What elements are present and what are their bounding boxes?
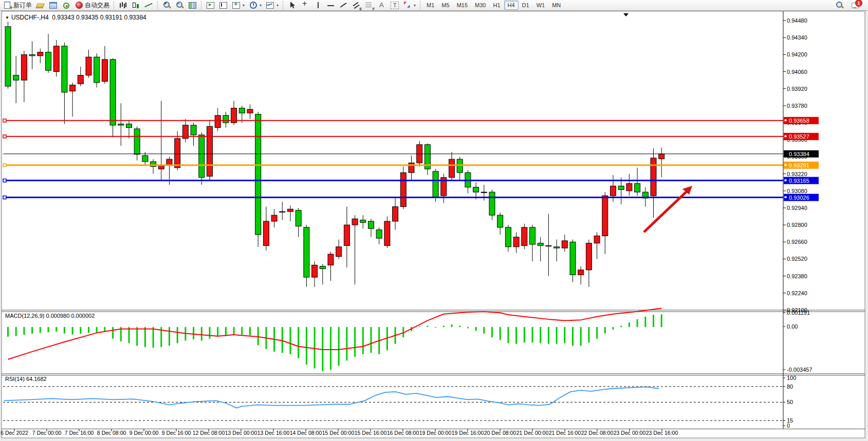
timeframe-m1-button[interactable]: M1 — [423, 1, 438, 10]
autotrade-button[interactable]: 自动交易 — [72, 1, 112, 10]
candle-body — [570, 242, 576, 275]
rsi-axis-label: 0 — [787, 423, 790, 429]
eraser-button[interactable] — [34, 1, 47, 10]
time-tick-label: 14 Dec 08:00 — [290, 430, 322, 436]
timeframe-h4-button[interactable]: H4 — [504, 1, 519, 10]
horizontal-line-icon — [326, 1, 335, 9]
chat-icon: 1 — [851, 1, 860, 9]
candle-body — [602, 196, 608, 236]
candle-body — [280, 212, 285, 212]
chevron-down-icon: ▾ — [276, 3, 279, 8]
chart-shift-button[interactable] — [217, 1, 230, 10]
price-tick-label: 0.93920 — [787, 86, 807, 92]
chart-window[interactable]: 0.944800.943400.942000.940600.939200.937… — [0, 11, 868, 441]
mt4-window: 新订单 自动交易 + − ▾ ▾ ▾ E F ▾ — [0, 0, 868, 441]
price-tag-label: 0.93527 — [789, 133, 809, 140]
candle-body — [312, 265, 318, 277]
price-chart-canvas[interactable]: 0.944800.943400.942000.940600.939200.937… — [0, 11, 868, 441]
candle-body — [29, 54, 35, 55]
text-tool-button[interactable] — [376, 1, 389, 10]
time-tick-label: 23 Dec 16:00 — [646, 430, 678, 436]
price-tag-notch — [785, 179, 787, 181]
crosshair-tool-button[interactable] — [299, 1, 311, 10]
toolbar-separator — [420, 1, 421, 9]
toolbar-separator — [283, 1, 284, 9]
timeframe-h1-button[interactable]: H1 — [489, 1, 504, 10]
time-tick-label: 6 Dec 2022 — [1, 430, 28, 436]
candlestick-chart-button[interactable] — [130, 1, 142, 10]
candle-body — [594, 236, 600, 243]
channel-tool-button[interactable]: E — [350, 1, 363, 10]
price-tick-label: 0.94340 — [787, 34, 807, 41]
timeframe-m30-button[interactable]: M30 — [471, 1, 489, 10]
notifications-button[interactable]: 1 — [849, 1, 862, 10]
candle-body — [199, 135, 205, 178]
time-tick-label: 9 Dec 00:00 — [130, 430, 159, 436]
candle-body — [578, 270, 584, 275]
fibonacci-tool-button[interactable]: F — [363, 1, 376, 10]
candle-body — [659, 154, 664, 159]
candle-body — [433, 171, 438, 197]
candle-body — [554, 247, 560, 248]
new-order-icon — [3, 1, 12, 9]
time-axis[interactable]: 6 Dec 20227 Dec 00:007 Dec 16:008 Dec 08… — [1, 429, 678, 436]
line-handle[interactable] — [3, 196, 6, 199]
time-tick-label: 12 Dec 08:00 — [193, 430, 225, 436]
time-tick-label: 15 Dec 00:00 — [322, 430, 355, 436]
arrows-dropdown[interactable]: ▾ — [401, 1, 418, 10]
line-chart-button[interactable] — [142, 1, 155, 10]
line-handle[interactable] — [3, 119, 6, 122]
timeframe-w1-button[interactable]: W1 — [533, 1, 549, 10]
chevron-down-icon: ▾ — [414, 3, 416, 8]
chart-title: ▼USDCHF-,H4 0.93343 0.93435 0.93191 0.93… — [5, 14, 146, 21]
signals-button[interactable] — [60, 1, 72, 10]
bar-chart-button[interactable] — [117, 1, 130, 10]
candle-body — [497, 215, 503, 227]
cursor-icon — [288, 1, 297, 9]
indicators-dropdown[interactable]: ▾ — [230, 1, 247, 10]
zoom-out-button[interactable]: − — [173, 1, 186, 10]
candle-body — [384, 221, 390, 245]
vertical-line-tool-button[interactable] — [311, 1, 324, 10]
cursor-tool-button[interactable] — [286, 1, 299, 10]
time-tick-label: 7 Dec 16:00 — [65, 430, 94, 436]
profiles-button[interactable] — [47, 1, 60, 10]
new-order-button[interactable]: 新订单 — [1, 1, 34, 10]
time-tick-label: 16 Dec 08:00 — [387, 430, 419, 436]
zoom-in-button[interactable]: + — [160, 1, 173, 10]
line-handle[interactable] — [3, 179, 6, 182]
line-handle[interactable] — [3, 164, 6, 167]
candle-body — [522, 227, 527, 246]
candle-body — [255, 114, 261, 235]
price-tick-label: 0.92660 — [787, 239, 807, 245]
templates-dropdown[interactable]: ▾ — [264, 1, 281, 10]
candle-body — [223, 116, 229, 123]
timeframe-m15-button[interactable]: M15 — [453, 1, 471, 10]
candle-body — [296, 210, 301, 226]
tile-windows-icon — [188, 1, 197, 9]
price-tick-label: 0.93080 — [787, 188, 807, 194]
candle-body — [538, 243, 543, 246]
time-tick-label: 9 Dec 16:00 — [162, 430, 191, 436]
line-handle[interactable] — [3, 135, 6, 138]
tile-windows-button[interactable] — [186, 1, 199, 10]
timeframe-m5-button[interactable]: M5 — [438, 1, 453, 10]
chart-menu-icon[interactable]: ▼ — [5, 15, 9, 20]
candle-body — [618, 186, 624, 189]
candle-body — [635, 184, 640, 193]
timeframe-mn-button[interactable]: MN — [548, 1, 564, 10]
trendline-tool-button[interactable] — [337, 1, 350, 10]
text-label-tool-button[interactable] — [389, 1, 401, 10]
auto-scroll-button[interactable] — [204, 1, 217, 10]
timeframe-d1-button[interactable]: D1 — [519, 1, 533, 10]
new-order-label: 新订单 — [13, 1, 32, 10]
macd-axis-label: 0.001191 — [787, 310, 810, 316]
candle-body — [489, 192, 495, 215]
candle-body — [239, 108, 245, 113]
search-button[interactable] — [833, 1, 846, 10]
horizontal-line-tool-button[interactable] — [324, 1, 337, 10]
rsi-indicator-label: RSI(14) 64.1682 — [5, 376, 47, 382]
candle-body — [175, 139, 180, 168]
periods-dropdown[interactable]: ▾ — [247, 1, 264, 10]
bar-chart-icon — [119, 1, 127, 9]
